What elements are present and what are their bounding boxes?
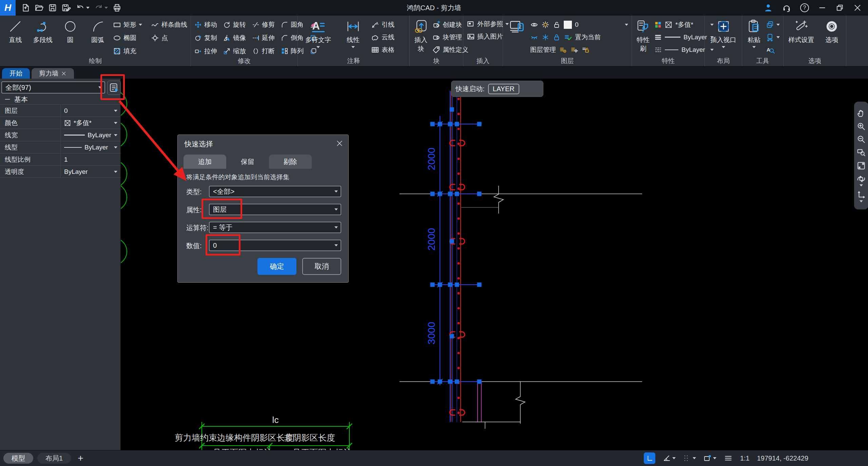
rotate-tool[interactable]: 旋转 <box>223 18 246 31</box>
dialog-close-icon[interactable] <box>336 140 343 147</box>
match-properties-tool[interactable]: 特性刷 <box>635 18 651 53</box>
arc-tool[interactable]: 圆弧 <box>85 18 110 44</box>
selection-filter-dropdown[interactable]: 全部(97) <box>1 81 105 94</box>
layer-lock-icon[interactable] <box>553 33 561 41</box>
block-manager-tool[interactable]: 块管理 <box>432 31 468 43</box>
new-file-icon[interactable] <box>21 3 30 12</box>
extend-tool[interactable]: 延伸 <box>252 32 275 44</box>
cut-clip-tool[interactable] <box>766 31 780 43</box>
paste-tool[interactable]: 粘贴 <box>746 18 763 48</box>
layer-unlock-icon[interactable] <box>553 21 561 29</box>
print-icon[interactable] <box>113 3 121 12</box>
layer-manager-button[interactable] <box>506 18 527 35</box>
move-tool[interactable]: 移动 <box>194 18 217 31</box>
mtext-tool[interactable]: A 多行文字 <box>301 18 335 48</box>
restore-window-icon[interactable] <box>835 3 844 12</box>
layer-freeze-icon[interactable] <box>541 33 549 41</box>
grid-toggle-button[interactable] <box>683 454 696 462</box>
copy-tool[interactable]: 复制 <box>194 32 217 44</box>
status-menu-icon[interactable] <box>724 454 733 463</box>
ok-button[interactable]: 确定 <box>257 258 296 275</box>
property-row-linetype[interactable]: 线型 ByLayer <box>0 141 121 154</box>
dynamic-input-button[interactable] <box>703 454 716 462</box>
layer-on-eye-icon[interactable] <box>530 21 538 29</box>
zoom-window-icon[interactable] <box>857 148 866 157</box>
line-tool[interactable]: 直线 <box>3 18 27 44</box>
dropdown-arrow-icon[interactable] <box>114 134 117 136</box>
layer-off-icon[interactable] <box>530 33 538 41</box>
cancel-button[interactable]: 取消 <box>302 258 341 275</box>
field-value-dropdown[interactable]: 0 <box>209 240 341 251</box>
zoom-extents-icon[interactable] <box>857 161 866 170</box>
spline-tool[interactable]: 样条曲线 <box>151 18 187 31</box>
zoom-in-icon[interactable] <box>857 122 866 131</box>
undo-button[interactable] <box>76 3 90 12</box>
tab-shearwall[interactable]: 剪力墙 <box>32 68 74 79</box>
layer-color-swatch[interactable] <box>564 21 572 29</box>
insert-block-tool[interactable]: 插入块 <box>413 18 429 53</box>
help-button[interactable]: ? <box>800 3 809 12</box>
attribute-define-tool[interactable]: 属性定义 <box>432 43 468 56</box>
save-icon[interactable] <box>48 3 57 12</box>
hatch-tool[interactable]: 填充 <box>113 45 142 57</box>
user-avatar-icon[interactable] <box>764 3 773 13</box>
layer-isolate-icon[interactable] <box>570 46 578 54</box>
dialog-tab-append[interactable]: 追加 <box>184 155 226 169</box>
polyline-tool[interactable]: 多段线 <box>31 18 55 44</box>
style-settings-tool[interactable]: 样式设置 <box>787 18 816 44</box>
revcloud-tool[interactable]: 云线 <box>371 31 394 43</box>
quick-select-button[interactable] <box>107 81 121 95</box>
table-tool[interactable]: 表格 <box>371 43 394 56</box>
trim-tool[interactable]: 修剪 <box>252 18 275 31</box>
panel-section-header[interactable]: 基本 <box>0 94 28 104</box>
field-operator-dropdown[interactable]: = 等于 <box>209 222 341 233</box>
break-tool[interactable]: 打断 <box>252 45 275 57</box>
layer-walk-icon[interactable] <box>559 46 567 54</box>
close-window-icon[interactable] <box>853 3 862 12</box>
support-headset-icon[interactable] <box>782 3 791 13</box>
dropdown-arrow-icon[interactable] <box>114 171 117 173</box>
dropdown-arrow-icon[interactable] <box>114 146 117 148</box>
open-file-icon[interactable] <box>35 3 43 12</box>
app-logo[interactable]: H <box>0 0 16 16</box>
set-current-layer-icon[interactable] <box>564 33 572 41</box>
add-layout-button[interactable]: + <box>75 453 86 464</box>
field-property-dropdown[interactable]: 图层 <box>209 204 341 215</box>
layout1-tab[interactable]: 布局1 <box>37 453 71 464</box>
copy-clip-tool[interactable] <box>766 18 780 31</box>
dialog-tab-remove[interactable]: 剔除 <box>269 155 312 169</box>
ellipse-tool[interactable]: 椭圆 <box>113 32 142 44</box>
scale-tool[interactable]: 缩放 <box>223 45 246 57</box>
tab-close-icon[interactable] <box>61 71 66 76</box>
dropdown-arrow-icon[interactable] <box>114 122 117 124</box>
minimize-icon[interactable] <box>818 3 827 12</box>
field-type-dropdown[interactable]: <全部> <box>209 186 341 197</box>
zoom-out-icon[interactable] <box>857 135 866 144</box>
property-row-color[interactable]: 颜色 *多值* <box>0 117 121 129</box>
orbit-button[interactable] <box>857 175 866 186</box>
mirror-tool[interactable]: 镜像 <box>223 32 246 44</box>
redo-button[interactable] <box>94 3 108 12</box>
find-tool[interactable]: A <box>766 43 780 56</box>
create-block-tool[interactable]: 创建块 <box>432 18 468 31</box>
polar-tracking-button[interactable] <box>663 454 676 462</box>
insert-image-tool[interactable]: 插入图片 <box>467 30 503 43</box>
rectangle-tool[interactable]: 矩形 <box>113 18 142 31</box>
property-row-lineweight[interactable]: 线宽 ByLayer <box>0 129 121 141</box>
layer-manage-label[interactable]: 图层管理 <box>530 45 556 54</box>
layer-lock-fade-icon[interactable] <box>581 46 590 54</box>
point-tool[interactable]: 点 <box>151 32 187 44</box>
save-as-icon[interactable] <box>62 3 71 12</box>
leader-tool[interactable]: A 引线 <box>371 18 394 31</box>
linear-dim-tool[interactable]: 线性 <box>339 18 368 48</box>
ucs-toggle-button[interactable] <box>644 452 655 464</box>
property-row-ltscale[interactable]: 线型比例 1 <box>0 154 121 166</box>
pan-icon[interactable] <box>857 109 866 118</box>
insert-viewport-tool[interactable]: 插入视口 <box>708 18 738 48</box>
model-tab[interactable]: 模型 <box>3 453 33 464</box>
tab-start[interactable]: 开始 <box>2 68 30 79</box>
layer-thaw-sun-icon[interactable] <box>541 21 549 29</box>
stretch-tool[interactable]: 拉伸 <box>194 45 217 57</box>
dialog-tab-keep[interactable]: 保留 <box>226 155 269 169</box>
scale-indicator[interactable]: 1:1 <box>740 454 750 462</box>
